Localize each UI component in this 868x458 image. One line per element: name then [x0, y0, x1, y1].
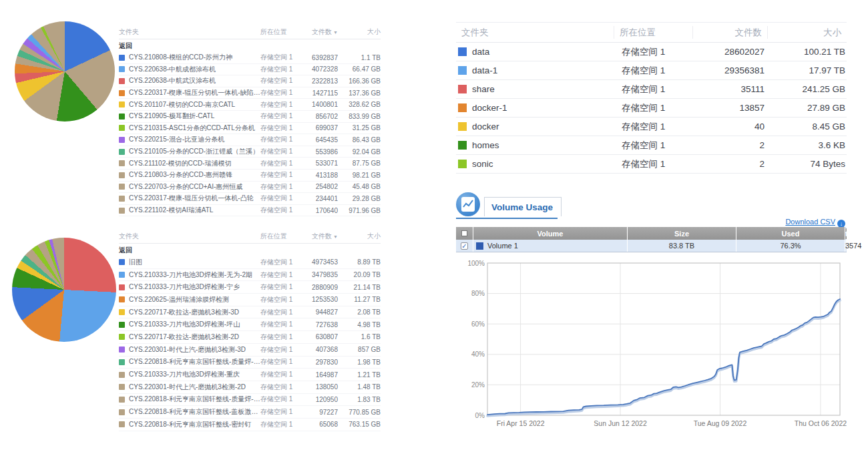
col-count[interactable]: 文件数 — [693, 26, 768, 39]
folder-color-swatch — [119, 101, 125, 107]
y-axis-tick-label: 80% — [471, 290, 485, 297]
table-row[interactable]: docker-1存储空间 11385727.89 GB — [456, 99, 847, 118]
folder-name[interactable]: CYS.220818-利元亨南京国轩整线-密封钉 — [129, 420, 260, 429]
col-size[interactable]: 大小 — [338, 27, 381, 37]
col-days-to-full[interactable]: Days to Full — [845, 227, 863, 240]
col-folder[interactable]: 文件夹 — [119, 232, 260, 241]
folder-name[interactable]: CYS.220317-楔康-辊压分切机一体机-凸轮 — [129, 194, 260, 203]
folder-name[interactable]: share — [472, 84, 616, 94]
table-row[interactable]: CYS.210333-刀片电池3D焊检测-坪山存储空间 17276384.98 … — [119, 318, 381, 331]
table-row[interactable]: CYS.220818-利元亨南京国轩整线-质量焊-3D存储空间 12978301… — [119, 357, 381, 369]
back-row[interactable]: 返回 — [119, 39, 381, 52]
table-row[interactable]: CYS.220625-温州瑞浦涂膜焊检测存储空间 1125353011.27 T… — [119, 294, 381, 306]
folder-name[interactable]: CYS.220301-时代上汽-磨抛机3检测-2D — [129, 383, 260, 392]
folder-size: 17.97 TB — [770, 65, 847, 75]
table-row[interactable]: homes存储空间 123.6 KB — [456, 136, 847, 155]
folder-name[interactable]: CYS.221102-模切AI瑞浦ATL — [129, 206, 260, 215]
folder-name[interactable]: docker — [472, 122, 616, 132]
table-row[interactable]: CYS.220301-时代上汽-磨抛机3检测-3D存储空间 1407368857… — [119, 344, 381, 357]
folder-color-swatch — [119, 137, 125, 143]
folder-name[interactable]: CYS.210105-分条的CCD-浙江锂威（兰溪） — [129, 147, 260, 156]
folder-name[interactable]: CYS.220215-混合-比亚迪分条机 — [129, 135, 260, 144]
folder-name[interactable]: CYS.210333-刀片电池3D焊检测-无为-2期 — [129, 270, 260, 280]
col-count[interactable]: 文件数▼ — [299, 232, 338, 241]
volume-checkbox[interactable]: ✓ — [461, 242, 468, 250]
folder-name[interactable]: CYS.201107-模切的CCD-南京CATL — [129, 100, 260, 109]
table-row[interactable]: CYS.220818-利元亨南京国轩整线-盖板激光焊缝-...存储空间 1972… — [119, 406, 381, 419]
folder-name[interactable]: CYS.220818-利元亨南京国轩整线-盖板激光焊缝-... — [129, 407, 260, 417]
col-size[interactable]: Size — [628, 227, 736, 240]
table-row[interactable]: CYS.210905-极耳翻折-CATL存储空间 1856702833.99 G… — [119, 111, 381, 123]
table-row[interactable]: 旧图存储空间 149734538.89 TB — [119, 256, 381, 269]
table-row[interactable]: CYS.221102-模切AI瑞浦ATL存储空间 1170640971.96 G… — [119, 205, 381, 217]
back-row[interactable]: 返回 — [119, 244, 381, 256]
col-folder[interactable]: 文件夹 — [119, 27, 260, 37]
select-all-checkbox[interactable] — [456, 227, 473, 240]
folder-name[interactable]: CYS.220638-中航武汉涂布机 — [129, 76, 260, 85]
folder-name[interactable]: CYS.210808-模组的CCD-苏州力神 — [129, 53, 260, 62]
folder-name[interactable]: CYS.220301-时代上汽-磨抛机3检测-3D — [129, 345, 260, 355]
table-row[interactable]: CYS.210803-分条的CCD-惠州赣锋存储空间 141318898.21 … — [119, 170, 381, 182]
folder-location: 存储空间 1 — [260, 282, 299, 292]
table-row[interactable]: CYS.220717-欧拉达-磨抛机3检测-2D存储空间 16308071.6 … — [119, 331, 381, 344]
table-row[interactable]: share存储空间 135111241.25 GB — [456, 80, 847, 99]
col-location[interactable]: 所在位置 — [614, 26, 693, 39]
table-row[interactable]: CYS.210333-刀片电池3D焊检测-重庆存储空间 11649871.21 … — [119, 369, 381, 381]
folder-name[interactable]: homes — [472, 140, 616, 150]
table-row[interactable]: CYS.220717-欧拉达-磨抛机3检测-3D存储空间 19448272.08… — [119, 306, 381, 319]
folder-name[interactable]: docker-1 — [472, 103, 616, 113]
folder-name[interactable]: CYS.220818-利元亨南京国轩整线-质量焊-2D — [129, 395, 260, 404]
col-location[interactable]: 所在位置 — [260, 232, 299, 241]
folder-name[interactable]: CYS.220818-利元亨南京国轩整线-质量焊-3D — [129, 357, 260, 367]
folder-name[interactable]: CYS.211102-模切的CCD-瑞浦模切 — [129, 159, 260, 168]
table-row[interactable]: CYS.220818-利元亨南京国轩整线-质量焊-2D存储空间 11209501… — [119, 394, 381, 407]
table-row[interactable]: CYS.210315-ASC1分条的CCD-ATL分条机存储空间 1699037… — [119, 123, 381, 135]
folder-name[interactable]: data — [472, 47, 616, 57]
folder-name[interactable]: sonic — [472, 159, 616, 169]
col-folder[interactable]: 文件夹 — [456, 26, 614, 39]
table-row[interactable]: CYS.210333-刀片电池3D焊检测-无为-2期存储空间 134798352… — [119, 269, 381, 282]
table-row[interactable]: CYS.220215-混合-比亚迪分条机存储空间 164543586.43 GB — [119, 134, 381, 146]
col-location[interactable]: 所在位置 — [260, 27, 299, 37]
table-row[interactable]: CYS.220703-分条的CCD+AI-惠州恒威存储空间 125480245.… — [119, 182, 381, 194]
folder-name[interactable]: CYS.220638-中航成都涂布机 — [129, 65, 260, 74]
col-size[interactable]: 大小 — [338, 232, 381, 241]
table-row[interactable]: CYS.211102-模切的CCD-瑞浦模切存储空间 153307187.75 … — [119, 158, 381, 170]
folder-name[interactable]: CYS.220717-欧拉达-磨抛机3检测-3D — [129, 308, 260, 317]
folder-name[interactable]: CYS.210803-分条的CCD-惠州赣锋 — [129, 170, 260, 180]
folder-name[interactable]: CYS.220317-楔康-辊压分切机一体机-缺陷检测 — [129, 88, 260, 97]
folder-name[interactable]: CYS.210333-刀片电池3D焊检测-坪山 — [129, 320, 260, 329]
folder-name[interactable]: 旧图 — [129, 258, 260, 267]
table-row[interactable]: CYS.201107-模切的CCD-南京CATL存储空间 11400801328… — [119, 99, 381, 111]
table-row[interactable]: CYS.210808-模组的CCD-苏州力神存储空间 163928371.1 T… — [119, 52, 381, 64]
download-csv-link[interactable]: Download CSV — [785, 218, 835, 226]
col-used[interactable]: Used — [736, 227, 845, 240]
table-row[interactable]: CYS.220638-中航武汉涂布机存储空间 12322813166.36 GB — [119, 75, 381, 87]
table-row[interactable]: CYS.210333-刀片电池3D焊检测-宁乡存储空间 1288090921.1… — [119, 281, 381, 294]
folder-size: 1.83 TB — [338, 396, 381, 403]
folder-name[interactable]: CYS.220703-分条的CCD+AI-惠州恒威 — [129, 182, 260, 192]
folder-name[interactable]: CYS.210333-刀片电池3D焊检测-宁乡 — [129, 282, 260, 292]
table-row[interactable]: CYS.220301-时代上汽-磨抛机3检测-2D存储空间 11380501.4… — [119, 381, 381, 394]
folder-name[interactable]: CYS.220625-温州瑞浦涂膜焊检测 — [129, 295, 260, 304]
table-row[interactable]: CYS.220317-楔康-辊压分切机一体机-缺陷检测存储空间 11427115… — [119, 87, 381, 99]
folder-name[interactable]: data-1 — [472, 65, 616, 75]
volume-row[interactable]: ✓ Volume 1 83.8 TB 76.3% 3574 — [456, 240, 847, 252]
table-row[interactable]: CYS.220317-楔康-辊压分切机一体机-凸轮存储空间 123440129.… — [119, 193, 381, 205]
download-csv: Download CSV↓ — [785, 218, 845, 228]
table-row[interactable]: sonic存储空间 1274 Bytes — [456, 155, 847, 174]
table-row[interactable]: docker存储空间 1408.45 GB — [456, 118, 847, 136]
table-row[interactable]: CYS.220818-利元亨南京国轩整线-密封钉存储空间 165068763.1… — [119, 419, 381, 431]
col-count[interactable]: 文件数▼ — [299, 27, 338, 37]
table-row[interactable]: data-1存储空间 12935638117.97 TB — [456, 61, 847, 80]
folder-name[interactable]: CYS.210905-极耳翻折-CATL — [129, 111, 260, 121]
folder-name[interactable]: CYS.210315-ASC1分条的CCD-ATL分条机 — [129, 124, 260, 133]
col-volume[interactable]: Volume — [473, 227, 628, 240]
col-size[interactable]: 大小 — [768, 26, 847, 39]
table-row[interactable]: data存储空间 128602027100.21 TB — [456, 43, 847, 61]
table-row[interactable]: CYS.210105-分条的CCD-浙江锂威（兰溪）存储空间 155398692… — [119, 146, 381, 158]
folder-location: 存储空间 1 — [616, 158, 695, 170]
folder-name[interactable]: CYS.220717-欧拉达-磨抛机3检测-2D — [129, 332, 260, 342]
folder-name[interactable]: CYS.210333-刀片电池3D焊检测-重庆 — [129, 370, 260, 379]
table-row[interactable]: CYS.220638-中航成都涂布机存储空间 1407232866.47 GB — [119, 64, 381, 76]
